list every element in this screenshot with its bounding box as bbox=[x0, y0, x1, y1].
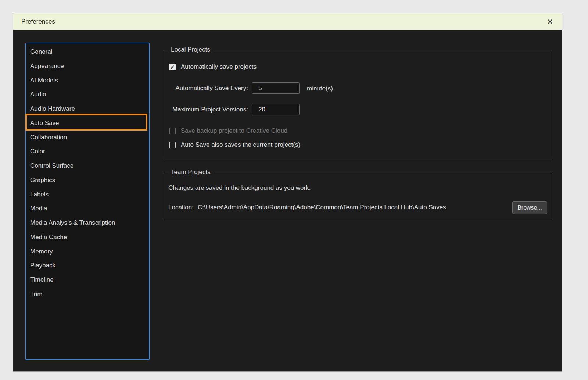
sidebar-item-audio[interactable]: Audio bbox=[26, 88, 149, 102]
location-label: Location: bbox=[168, 204, 194, 211]
team-projects-group-title: Team Projects bbox=[168, 168, 213, 176]
location-row: Location: C:\Users\Admin\AppData\Roaming… bbox=[168, 204, 446, 211]
save-backup-creative-cloud-checkbox[interactable]: ✓ bbox=[169, 128, 176, 134]
close-icon: ✕ bbox=[547, 18, 553, 26]
sidebar-item-control-surface[interactable]: Control Surface bbox=[26, 159, 149, 173]
team-projects-description: Changes are saved in the background as y… bbox=[168, 184, 311, 192]
sidebar-item-playback[interactable]: Playback bbox=[26, 259, 149, 273]
max-versions-input[interactable] bbox=[252, 104, 300, 115]
auto-save-current-projects-label: Auto Save also saves the current project… bbox=[181, 141, 300, 149]
sidebar-item-timeline[interactable]: Timeline bbox=[26, 273, 149, 287]
save-backup-creative-cloud-label: Save backup project to Creative Cloud bbox=[181, 127, 287, 135]
sidebar-item-auto-save[interactable]: Auto Save bbox=[26, 116, 149, 131]
sidebar-item-color[interactable]: Color bbox=[26, 145, 149, 159]
local-projects-group-title: Local Projects bbox=[168, 46, 213, 53]
sidebar-item-media[interactable]: Media bbox=[26, 202, 149, 216]
preferences-category-list: General Appearance AI Models Audio Audio… bbox=[25, 43, 150, 360]
preferences-dialog: Preferences ✕ General Appearance AI Mode… bbox=[13, 13, 562, 372]
sidebar-item-appearance[interactable]: Appearance bbox=[26, 59, 149, 74]
sidebar-item-memory[interactable]: Memory bbox=[26, 245, 149, 259]
location-value: C:\Users\Admin\AppData\Roaming\Adobe\Com… bbox=[198, 204, 446, 211]
save-every-suffix: minute(s) bbox=[307, 85, 333, 92]
title-bar: Preferences ✕ bbox=[13, 13, 562, 30]
sidebar-item-audio-hardware[interactable]: Audio Hardware bbox=[26, 102, 149, 116]
sidebar-item-collaboration[interactable]: Collaboration bbox=[26, 131, 149, 145]
sidebar-item-labels[interactable]: Labels bbox=[26, 188, 149, 202]
sidebar-item-graphics[interactable]: Graphics bbox=[26, 173, 149, 188]
local-projects-group: Local Projects ✓ Automatically save proj… bbox=[163, 50, 552, 159]
team-projects-group: Team Projects Changes are saved in the b… bbox=[163, 173, 552, 220]
sidebar-item-media-cache[interactable]: Media Cache bbox=[26, 230, 149, 245]
sidebar-item-general[interactable]: General bbox=[26, 45, 149, 59]
dialog-title: Preferences bbox=[21, 18, 55, 25]
max-versions-label: Maximum Project Versions: bbox=[169, 106, 248, 113]
automatically-save-projects-checkbox[interactable]: ✓ bbox=[169, 64, 176, 70]
save-every-input[interactable] bbox=[252, 82, 300, 94]
automatically-save-projects-label: Automatically save projects bbox=[181, 63, 257, 71]
check-icon: ✓ bbox=[170, 64, 175, 70]
browse-button[interactable]: Browse... bbox=[512, 201, 547, 214]
sidebar-item-trim[interactable]: Trim bbox=[26, 287, 149, 302]
sidebar-item-media-analysis[interactable]: Media Analysis & Transcription bbox=[26, 216, 149, 230]
save-every-label: Automatically Save Every: bbox=[169, 85, 248, 92]
sidebar-item-ai-models[interactable]: AI Models bbox=[26, 74, 149, 88]
close-button[interactable]: ✕ bbox=[547, 18, 553, 25]
auto-save-current-projects-checkbox[interactable]: ✓ bbox=[169, 142, 176, 148]
